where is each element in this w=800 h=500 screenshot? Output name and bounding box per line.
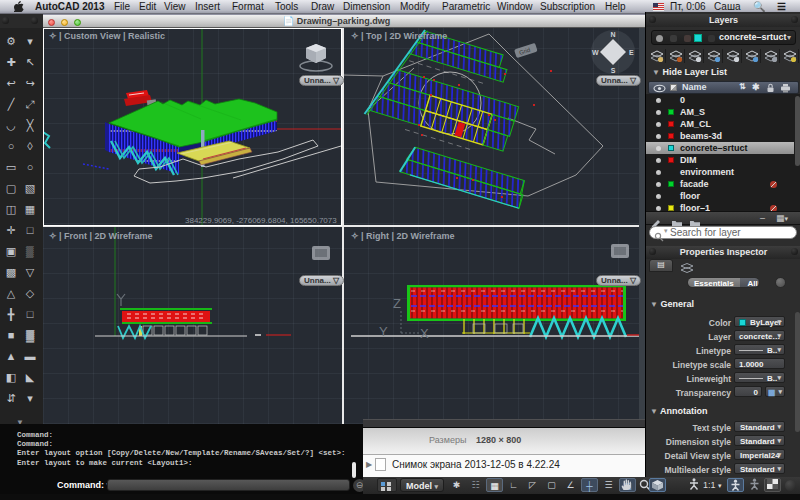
- svg-text:S: S: [611, 67, 616, 74]
- svg-text:Y: Y: [379, 324, 388, 339]
- svg-text:W: W: [592, 49, 599, 56]
- svg-text:X: X: [420, 326, 429, 341]
- svg-text:N: N: [610, 31, 615, 38]
- svg-text:E: E: [629, 49, 634, 56]
- svg-text:Z: Z: [393, 296, 401, 311]
